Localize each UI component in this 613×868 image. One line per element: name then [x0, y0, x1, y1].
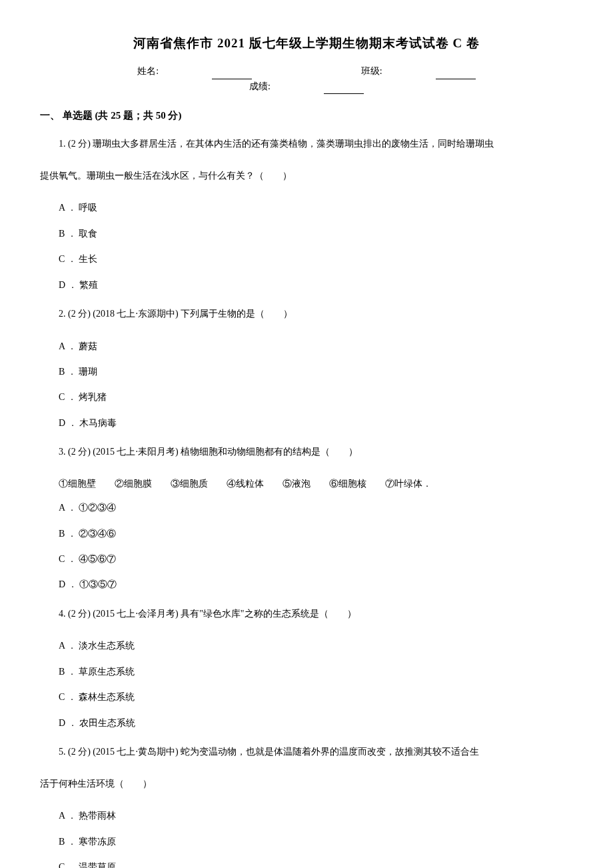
question-5-option-a: A ． 热带雨林 — [40, 804, 573, 828]
question-1-stem-line1: 1. (2 分) 珊瑚虫大多群居生活，在其体内生活的还有藻类植物，藻类珊瑚虫排出… — [40, 133, 573, 155]
page-title: 河南省焦作市 2021 版七年级上学期生物期末考试试卷 C 卷 — [40, 33, 573, 53]
question-4-option-b: B ． 草原生态系统 — [40, 660, 573, 684]
question-4-option-a: A ． 淡水生态系统 — [40, 634, 573, 658]
question-1-option-a: A ． 呼吸 — [40, 196, 573, 220]
question-4-option-d: D ． 农田生态系统 — [40, 711, 573, 735]
name-field: 姓名: — [111, 64, 279, 79]
question-5-option-c: C ． 温带草原 — [40, 855, 573, 868]
question-4-stem: 4. (2 分) (2015 七上·会泽月考) 具有"绿色水库"之称的生态系统是… — [40, 603, 573, 625]
question-3-option-b: B ． ②③④⑥ — [40, 522, 573, 546]
student-info-row: 姓名: 班级: 成绩: — [40, 64, 573, 94]
question-3-stem: 3. (2 分) (2015 七上·耒阳月考) 植物细胞和动物细胞都有的结构是（… — [40, 441, 573, 463]
question-1-stem-line2: 提供氧气。珊瑚虫一般生活在浅水区，与什么有关？（ ） — [40, 165, 573, 187]
question-3-option-c: C ． ④⑤⑥⑦ — [40, 547, 573, 571]
section-header: 一、 单选题 (共 25 题；共 50 分) — [40, 107, 573, 123]
question-2-stem: 2. (2 分) (2018 七上·东源期中) 下列属于生物的是（ ） — [40, 303, 573, 325]
class-field: 班级: — [334, 64, 502, 79]
question-3-option-d: D ． ①③⑤⑦ — [40, 573, 573, 597]
question-5-option-b: B ． 寒带冻原 — [40, 830, 573, 854]
class-blank[interactable] — [436, 69, 476, 79]
question-1-option-d: D ． 繁殖 — [40, 273, 573, 297]
question-5-stem-line2: 活于何种生活环境（ ） — [40, 773, 573, 795]
name-blank[interactable] — [212, 69, 252, 79]
question-1-option-c: C ． 生长 — [40, 247, 573, 271]
score-blank[interactable] — [324, 83, 364, 94]
question-3-option-a: A ． ①②③④ — [40, 496, 573, 520]
score-field: 成绩: — [223, 79, 390, 94]
question-3-subline: ①细胞壁 ②细胞膜 ③细胞质 ④线粒体 ⑤液泡 ⑥细胞核 ⑦叶绿体． — [40, 473, 573, 495]
question-2-option-c: C ． 烤乳猪 — [40, 385, 573, 409]
question-2-option-b: B ． 珊瑚 — [40, 360, 573, 384]
question-4-option-c: C ． 森林生态系统 — [40, 685, 573, 709]
question-2-option-d: D ． 木马病毒 — [40, 411, 573, 435]
question-5-stem-line1: 5. (2 分) (2015 七上·黄岛期中) 蛇为变温动物，也就是体温随着外界… — [40, 741, 573, 763]
question-2-option-a: A ． 蘑菇 — [40, 335, 573, 359]
question-1-option-b: B ． 取食 — [40, 222, 573, 246]
